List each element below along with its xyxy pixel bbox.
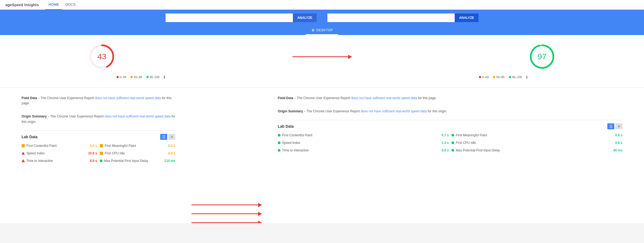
left-origin-title: Origin Summary	[22, 114, 47, 118]
metric-si-left: Speed Index 10.9 s	[22, 150, 97, 157]
right-field-data-post: for this page.	[418, 96, 437, 100]
mpfid-val-right: 40 ms	[613, 148, 622, 152]
left-lab-data-title: Lab Data	[22, 135, 37, 139]
nav-docs[interactable]: DOCS	[62, 0, 79, 10]
right-legend: 0–49 50–89 90–100 ℹ	[362, 73, 644, 84]
legend-dot-red	[117, 76, 119, 78]
top-nav: ageSpeed Insights HOME DOCS	[0, 0, 644, 10]
left-field-data-title: Field Data	[22, 96, 37, 100]
legend-dot-orange-r	[493, 76, 495, 78]
right-score-value: 97	[537, 52, 546, 61]
metric-si-right: Speed Index 1.3 s	[278, 140, 449, 146]
right-origin-summary: Origin Summary – The Chrome User Experie…	[278, 106, 622, 117]
fcp-val-right: 0.7 s	[441, 133, 449, 137]
left-search-input[interactable]	[166, 13, 293, 22]
metric-fcp-left: First Contentful Paint 3.3 s	[22, 143, 97, 149]
legend-dot-red-r	[479, 76, 481, 78]
right-lab-data-header: Lab Data ☰ ≡	[278, 123, 622, 129]
tti-icon-right	[278, 149, 280, 152]
metric-tti-left: Time to Interactive 8.9 s	[22, 158, 97, 164]
nav-home[interactable]: HOME	[45, 0, 62, 10]
blue-banner: ANALYZE ANALYZE 🖥 DESKTOP	[0, 10, 644, 35]
legend-dot-green-r	[509, 76, 511, 78]
fmp-icon-right	[451, 134, 454, 137]
right-search-input[interactable]	[327, 13, 455, 22]
tti-name-right: Time to Interactive	[282, 148, 439, 152]
center-arrow-line	[292, 56, 352, 57]
legend-orange-left: 50–89	[131, 75, 142, 79]
tab-desktop-label: DESKTOP	[316, 28, 333, 32]
right-analyze-button[interactable]: ANALYZE	[455, 13, 478, 22]
fcp-name-left: First Contentful Paint	[26, 144, 87, 148]
fci-name-right: First CPU Idle	[456, 141, 612, 145]
left-score-circle: 43	[88, 43, 115, 70]
mpfid-icon-left	[100, 159, 102, 162]
arrow-tti	[191, 222, 262, 223]
info-icon-right[interactable]: ℹ	[526, 75, 527, 79]
right-field-data: Field Data – The Chrome User Experience …	[278, 93, 622, 103]
left-origin-link[interactable]: does not have sufficient real-world spee…	[105, 114, 171, 118]
left-legend: 0–49 50–89 90–100 ℹ	[0, 73, 282, 84]
legend-red-right: 0–49	[479, 75, 489, 79]
legend-green-right: 90–100	[509, 75, 522, 79]
si-name-right: Speed Index	[282, 141, 439, 145]
legend-label-orange: 50–89	[134, 75, 142, 79]
right-lab-icon-list[interactable]: ☰	[607, 123, 614, 129]
fmp-val-left: 3.3 s	[168, 144, 175, 148]
left-lab-data-header: Lab Data ☰ ≡	[22, 134, 175, 140]
left-score-value: 43	[97, 52, 106, 61]
fmp-name-left: First Meaningful Paint	[105, 144, 165, 148]
left-field-data: Field Data – The Chrome User Experience …	[22, 93, 175, 109]
right-origin-post: for this origin.	[428, 109, 447, 113]
tab-row: 🖥 DESKTOP	[0, 26, 644, 35]
si-name-left: Speed Index	[26, 151, 85, 155]
left-origin-summary: Origin Summary – The Chrome User Experie…	[22, 111, 175, 127]
tti-name-left: Time to Interactive	[26, 159, 87, 163]
si-icon-right	[278, 141, 280, 144]
mpfid-name-left: Max Potential First Input Delay	[104, 159, 162, 163]
tti-val-left: 8.9 s	[90, 159, 97, 163]
tti-icon-left	[22, 159, 25, 162]
mpfid-name-right: Max Potential First Input Delay	[456, 148, 611, 152]
desktop-icon: 🖥	[311, 28, 315, 32]
middle-arrows-column	[183, 89, 270, 223]
right-field-data-pre: – The Chrome User Experience Report	[294, 96, 351, 100]
info-icon-left[interactable]: ℹ	[164, 75, 165, 79]
metric-mpfid-right: Max Potential First Input Delay 40 ms	[451, 147, 622, 154]
legend-label-orange-r: 50–89	[496, 75, 505, 79]
si-val-right: 1.3 s	[441, 141, 449, 145]
legend-dot-orange	[131, 76, 133, 78]
legend-green-left: 90–100	[146, 75, 160, 79]
fcp-icon-left	[22, 144, 25, 147]
right-field-data-title: Field Data	[278, 96, 293, 100]
right-lab-icons: ☰ ≡	[607, 123, 622, 129]
right-lab-data-title: Lab Data	[278, 124, 294, 129]
fmp-icon-left	[100, 144, 103, 147]
left-field-data-pre: – The Chrome User Experience Report	[38, 96, 95, 100]
left-analyze-button[interactable]: ANALYZE	[293, 13, 317, 22]
metric-fcp-right: First Contentful Paint 0.7 s	[278, 132, 449, 138]
fmp-name-right: First Meaningful Paint	[456, 133, 612, 137]
tab-desktop[interactable]: 🖥 DESKTOP	[306, 26, 338, 35]
left-lab-icon-list[interactable]: ☰	[160, 134, 167, 140]
metric-mpfid-left: Max Potential First Input Delay 110 ms	[100, 158, 175, 164]
right-origin-title: Origin Summary	[278, 109, 303, 113]
metric-tti-right: Time to Interactive 0.8 s	[278, 147, 449, 154]
metric-fmp-left: First Meaningful Paint 3.3 s	[100, 143, 175, 149]
search-row: ANALYZE ANALYZE	[0, 13, 644, 26]
fci-val-left: 4.0 s	[168, 151, 175, 155]
left-lab-icons: ☰ ≡	[160, 134, 175, 140]
right-lab-icon-grid[interactable]: ≡	[615, 123, 622, 129]
mpfid-val-left: 110 ms	[164, 159, 175, 163]
fmp-val-right: 0.8 s	[615, 133, 622, 137]
left-field-data-link[interactable]: does not have sufficient real-world spee…	[95, 96, 161, 100]
si-val-left: 10.9 s	[88, 151, 97, 155]
right-score-circle: 97	[529, 43, 556, 70]
right-origin-pre: – The Chrome User Experience Report	[304, 109, 361, 113]
left-lab-icon-grid[interactable]: ≡	[168, 134, 175, 140]
fcp-icon-right	[278, 134, 280, 137]
fcp-name-right: First Contentful Paint	[282, 133, 439, 137]
fci-name-left: First CPU Idle	[105, 151, 165, 155]
right-origin-link[interactable]: does not have sufficient real-world spee…	[361, 109, 427, 113]
right-field-data-link[interactable]: does not have sufficient real-world spee…	[351, 96, 417, 100]
